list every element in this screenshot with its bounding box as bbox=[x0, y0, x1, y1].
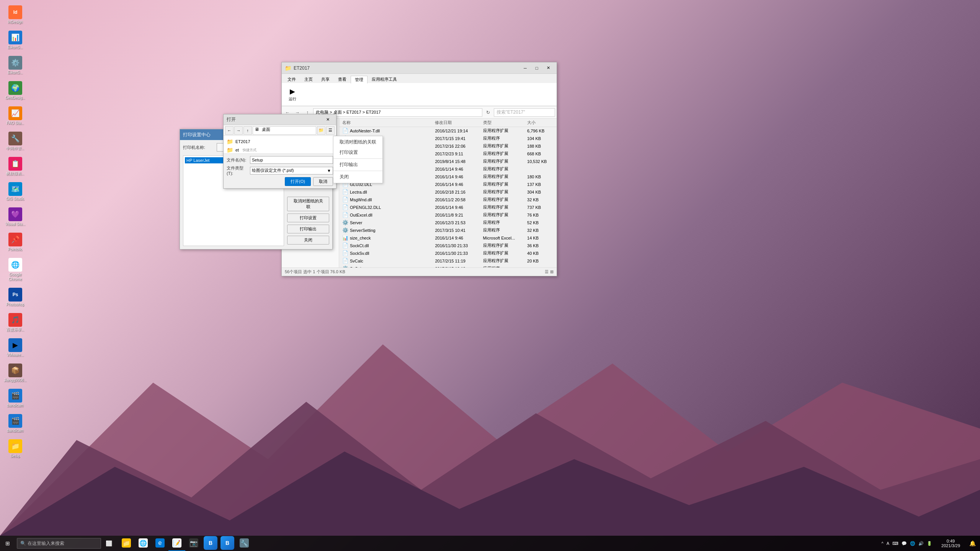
desktop-icon-geodesign[interactable]: 🌍 GeoDesig... bbox=[2, 80, 29, 102]
desktop-icon-music[interactable]: 🎵 百度乐享... bbox=[2, 311, 29, 334]
col-header-date[interactable]: 修改日期 bbox=[435, 119, 483, 127]
desktop-icon-middleware[interactable]: 🔧 中间件管... bbox=[2, 130, 29, 152]
close-button[interactable]: ✕ bbox=[543, 64, 554, 72]
desktop-icon-photoshop[interactable]: Ps Photoshop bbox=[2, 286, 29, 308]
cancel-association-button[interactable]: 取消对图纸的关联 bbox=[287, 197, 329, 211]
ctx-separator-2 bbox=[333, 171, 382, 171]
refresh-button[interactable]: ↻ bbox=[484, 108, 492, 117]
tray-icon-1[interactable]: ^ bbox=[880, 541, 885, 546]
tray-icon-3[interactable]: ⌨ bbox=[891, 541, 900, 546]
col-header-size[interactable]: 大小 bbox=[527, 119, 557, 127]
task-view-icon: ⬜ bbox=[106, 540, 112, 546]
bandicam-icon: B bbox=[204, 536, 217, 550]
tray-icon-4[interactable]: 💬 bbox=[900, 541, 908, 546]
setup-icon: 🔧 bbox=[240, 538, 249, 548]
tray-battery-icon[interactable]: 🔋 bbox=[925, 541, 934, 546]
desktop-icon-indesign[interactable]: Id InDesign bbox=[2, 4, 29, 26]
desktop-icon-bandicam1[interactable]: 🎬 bandicam bbox=[2, 387, 29, 409]
maximize-button[interactable]: □ bbox=[531, 64, 542, 72]
ctx-separator-1 bbox=[333, 158, 382, 159]
ribbon-tab-share[interactable]: 共享 bbox=[317, 75, 334, 83]
table-row[interactable]: 📄MsgWnd.dll 2016/11/2 20:58 应用程序扩展 32 KB bbox=[339, 196, 557, 204]
address-input[interactable]: 此电脑 > 桌面 > ET2017 > ET2017 bbox=[313, 108, 482, 117]
desktop-icon-chrome[interactable]: 🌐 GoogleChrome bbox=[2, 256, 29, 283]
tray-volume-icon[interactable]: 🔊 bbox=[917, 541, 925, 546]
table-row[interactable]: ⚙️ServerSetting 2017/3/15 10:41 应用程序 32 … bbox=[339, 227, 557, 234]
ribbon-tab-app-tools[interactable]: 应用程序工具 bbox=[368, 75, 401, 83]
clock[interactable]: 0:49 2021/3/29 bbox=[937, 536, 965, 551]
ctx-print-settings[interactable]: 打印设置 bbox=[333, 147, 382, 158]
cancel-button[interactable]: 取消 bbox=[313, 177, 333, 186]
toolbar-back-button[interactable]: ← bbox=[225, 126, 234, 135]
desktop-icon-pdd[interactable]: 📦 Jiangg9908... bbox=[2, 362, 29, 384]
start-button[interactable]: ⊞ bbox=[0, 536, 15, 551]
bandicam2-icon: B bbox=[220, 536, 234, 550]
desktop-icon-eikon[interactable]: 📊 EikonS... bbox=[2, 29, 29, 51]
toolbar-up-button[interactable]: ↑ bbox=[243, 126, 252, 135]
table-row[interactable]: 📄AutoNester-T.dll 2016/12/21 19:14 应用程序扩… bbox=[339, 127, 557, 135]
filetype-select[interactable]: 绘图仪设定文件 (*.psf) ▼ bbox=[250, 167, 333, 174]
taskbar-icon-bandicam[interactable]: B bbox=[202, 536, 219, 551]
search-bar[interactable]: 🔍 在这里输入来搜索 bbox=[17, 538, 101, 549]
desktop-icon-gis[interactable]: 🗺️ GIS Studio bbox=[2, 181, 29, 203]
print-output-button[interactable]: 打印输出 bbox=[287, 225, 329, 233]
taskbar-icon-setup[interactable]: 🔧 bbox=[236, 536, 253, 551]
explorer-icon: 📁 bbox=[122, 538, 131, 548]
table-row[interactable]: 📄OPENGL32.DLL 2016/1/14 9:46 应用程序扩展 737 … bbox=[339, 204, 557, 211]
desktop-icon-bandicam2[interactable]: 🎬 bandicam bbox=[2, 412, 29, 435]
desktop-icon-setup[interactable]: 📁 Setup bbox=[2, 438, 29, 460]
desktop-icon-settings[interactable]: ⚙️ EikonS... bbox=[2, 54, 29, 77]
col-header-type[interactable]: 类型 bbox=[483, 119, 527, 127]
list-item[interactable]: 📁 ET2017 bbox=[225, 137, 335, 146]
print-close-button[interactable]: 关闭 bbox=[287, 236, 329, 245]
status-bar: 56个项目 选中 1 个项目 76.0 KB ☰ ⊞ bbox=[282, 267, 557, 276]
open-button[interactable]: 打开(O) bbox=[285, 177, 311, 186]
tray-network-icon[interactable]: 🌐 bbox=[908, 541, 917, 546]
desktop-icon-vmware[interactable]: ▶ VMware... bbox=[2, 337, 29, 359]
view-list-icon[interactable]: ☰ bbox=[545, 269, 549, 274]
col-header-name[interactable]: 名称 bbox=[339, 119, 435, 127]
ribbon-tab-file[interactable]: 文件 bbox=[283, 75, 300, 83]
ribbon-tab-view[interactable]: 查看 bbox=[334, 75, 351, 83]
view-grid-icon[interactable]: ⊞ bbox=[550, 269, 554, 274]
open-dialog-titlebar: 打开 ✕ bbox=[224, 114, 336, 125]
minimize-button[interactable]: ─ bbox=[520, 64, 531, 72]
desktop-icon-fao[interactable]: 📈 FAO Sta... bbox=[2, 105, 29, 127]
table-row[interactable]: 📄OutExcel.dll 2016/11/8 9:21 应用程序扩展 76 K… bbox=[339, 211, 557, 219]
taskbar-icon-edge[interactable]: e bbox=[152, 536, 168, 551]
location-input[interactable]: 🖥 桌面 bbox=[253, 126, 316, 135]
ctx-cancel-assoc[interactable]: 取消对图纸的关联 bbox=[333, 137, 382, 147]
desktop-icon-fanruan[interactable]: 📋 帆软报表... bbox=[2, 155, 29, 178]
table-row[interactable]: 📄SockCt.dll 2016/11/30 21:33 应用程序扩展 36 K… bbox=[339, 242, 557, 249]
open-dialog-toolbar: ← → ↑ 🖥 桌面 📁 ☰ bbox=[224, 125, 336, 136]
toolbar-view-button[interactable]: ☰ bbox=[326, 126, 335, 135]
table-row[interactable]: 📄Lectra.dll 2016/2/18 21:16 应用程序扩展 304 K… bbox=[339, 188, 557, 196]
taskbar-icon-notepad[interactable]: 📝 bbox=[168, 536, 185, 551]
taskbar-icon-camera[interactable]: 📷 bbox=[185, 536, 202, 551]
notification-button[interactable]: 🔔 bbox=[965, 536, 980, 551]
ribbon-btn-run[interactable]: ▶ 运行 bbox=[285, 86, 300, 103]
search-input[interactable]: 搜索"ET2017" bbox=[494, 108, 555, 117]
desktop-icon-vs[interactable]: 💜 Visual Stu... bbox=[2, 206, 29, 228]
taskbar-icon-explorer[interactable]: 📁 bbox=[118, 536, 135, 551]
task-view-button[interactable]: ⬜ bbox=[101, 536, 116, 551]
toolbar-new-folder-button[interactable]: 📁 bbox=[317, 126, 325, 135]
taskbar-icon-chrome[interactable]: 🌐 bbox=[135, 536, 152, 551]
table-row[interactable]: ⚙️SvCalc 2017/3/15 10:19 应用程序 ... bbox=[339, 265, 557, 267]
print-settings-button[interactable]: 打印设置 bbox=[287, 214, 329, 222]
table-row[interactable]: 📄SockSv.dll 2016/11/30 21:33 应用程序扩展 40 K… bbox=[339, 249, 557, 257]
tray-keyboard-icon[interactable]: A bbox=[885, 541, 891, 546]
taskbar-icon-bandicam2[interactable]: B bbox=[219, 536, 236, 551]
list-item[interactable]: 📁 et 快捷方式 bbox=[225, 146, 335, 153]
ribbon-tab-home[interactable]: 主页 bbox=[300, 75, 317, 83]
table-row[interactable]: 📄SvCalc 2017/2/15 11:19 应用程序扩展 20 KB bbox=[339, 257, 557, 265]
desktop-icon-pointolio[interactable]: 📌 Pointolio bbox=[2, 231, 29, 253]
ribbon-tab-manage[interactable]: 管理 bbox=[351, 76, 368, 83]
table-row[interactable]: 📊size_check 2016/1/14 9:46 Microsoft Exc… bbox=[339, 234, 557, 242]
open-dialog-close-button[interactable]: ✕ bbox=[322, 116, 333, 124]
toolbar-forward-button[interactable]: → bbox=[234, 126, 243, 135]
ctx-print-output[interactable]: 打印输出 bbox=[333, 160, 382, 170]
filename-input[interactable] bbox=[250, 156, 333, 164]
ctx-close[interactable]: 关闭 bbox=[333, 172, 382, 182]
table-row[interactable]: ⚙️Server 2016/12/3 21:53 应用程序 52 KB bbox=[339, 219, 557, 227]
